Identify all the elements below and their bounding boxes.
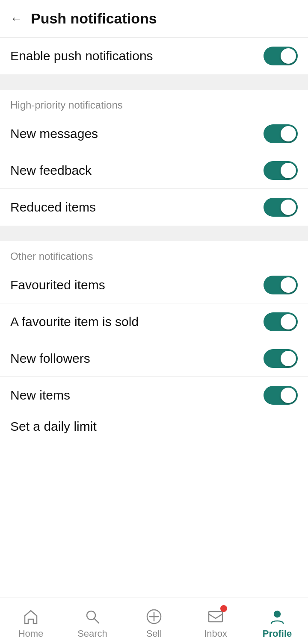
other-notifications-section: Other notifications Favourited items A f… xyxy=(0,241,308,414)
page-title: Push notifications xyxy=(31,10,157,27)
home-nav-label: Home xyxy=(18,628,44,639)
set-daily-limit-row: Set a daily limit xyxy=(0,414,308,439)
profile-icon xyxy=(267,607,287,626)
bottom-nav: Home Search Sell Inbox xyxy=(0,597,308,644)
favourite-item-sold-row: A favourite item is sold xyxy=(0,303,308,340)
new-items-toggle[interactable] xyxy=(264,386,298,405)
new-followers-row: New followers xyxy=(0,340,308,377)
new-items-row: New items xyxy=(0,377,308,414)
toggle-thumb xyxy=(281,351,296,366)
search-icon xyxy=(83,607,102,626)
new-messages-toggle[interactable] xyxy=(264,124,298,143)
enable-push-row: Enable push notifications xyxy=(0,38,308,74)
inbox-nav-label: Inbox xyxy=(204,628,227,639)
toggle-thumb xyxy=(281,388,296,403)
reduced-items-toggle[interactable] xyxy=(264,198,298,217)
section-divider-1 xyxy=(0,74,308,90)
inbox-icon xyxy=(206,607,225,626)
nav-item-search[interactable]: Search xyxy=(62,603,123,639)
new-messages-row: New messages xyxy=(0,115,308,152)
nav-item-home[interactable]: Home xyxy=(0,603,62,639)
toggle-thumb xyxy=(281,163,296,178)
nav-item-sell[interactable]: Sell xyxy=(123,603,185,639)
inbox-badge xyxy=(220,605,227,612)
sell-nav-label: Sell xyxy=(146,628,162,639)
enable-section: Enable push notifications xyxy=(0,38,308,74)
sell-icon xyxy=(144,607,164,626)
new-followers-label: New followers xyxy=(10,351,90,366)
new-items-label: New items xyxy=(10,388,70,403)
section-divider-2 xyxy=(0,226,308,241)
enable-push-toggle[interactable] xyxy=(264,47,298,65)
svg-rect-5 xyxy=(209,612,222,622)
new-feedback-label: New feedback xyxy=(10,163,92,178)
other-notifications-label: Other notifications xyxy=(0,241,308,267)
nav-item-profile[interactable]: Profile xyxy=(246,603,308,639)
set-daily-limit-label: Set a daily limit xyxy=(10,419,97,434)
toggle-thumb xyxy=(281,314,296,329)
high-priority-label: High-priority notifications xyxy=(0,90,308,115)
high-priority-section: High-priority notifications New messages… xyxy=(0,90,308,226)
toggle-thumb xyxy=(281,48,296,64)
search-nav-label: Search xyxy=(77,628,107,639)
svg-line-1 xyxy=(94,618,99,623)
favourite-item-sold-label: A favourite item is sold xyxy=(10,315,139,329)
back-arrow-icon: ← xyxy=(10,12,22,26)
reduced-items-row: Reduced items xyxy=(0,189,308,226)
header: ← Push notifications xyxy=(0,0,308,38)
back-button[interactable]: ← xyxy=(10,12,22,26)
toggle-thumb xyxy=(281,200,296,215)
favourited-items-toggle[interactable] xyxy=(264,276,298,294)
new-feedback-row: New feedback xyxy=(0,152,308,189)
favourited-items-row: Favourited items xyxy=(0,267,308,303)
svg-point-6 xyxy=(274,611,280,617)
toggle-thumb xyxy=(281,277,296,293)
home-icon xyxy=(21,607,41,626)
new-followers-toggle[interactable] xyxy=(264,349,298,368)
reduced-items-label: Reduced items xyxy=(10,200,96,215)
enable-push-label: Enable push notifications xyxy=(10,49,153,63)
favourited-items-label: Favourited items xyxy=(10,278,105,292)
profile-nav-label: Profile xyxy=(263,628,292,639)
new-messages-label: New messages xyxy=(10,126,98,141)
nav-item-inbox[interactable]: Inbox xyxy=(185,603,246,639)
toggle-thumb xyxy=(281,126,296,141)
favourite-item-sold-toggle[interactable] xyxy=(264,312,298,331)
new-feedback-toggle[interactable] xyxy=(264,161,298,180)
main-content: ← Push notifications Enable push notific… xyxy=(0,0,308,486)
